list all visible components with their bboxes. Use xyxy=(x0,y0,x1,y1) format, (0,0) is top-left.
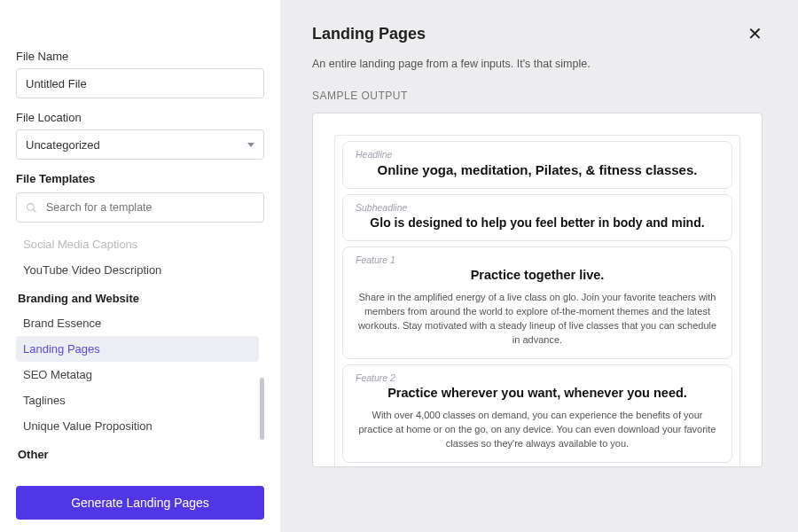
template-item[interactable]: Landing Pages xyxy=(16,336,259,362)
generate-button[interactable]: Generate Landing Pages xyxy=(16,486,264,520)
sample-card-label: Subheadline xyxy=(356,202,719,213)
file-name-block: File Name xyxy=(16,50,264,98)
scrollbar-thumb[interactable] xyxy=(260,378,264,440)
template-item[interactable]: Unique Value Proposition xyxy=(16,413,259,439)
sample-card-label: Feature 2 xyxy=(356,372,719,383)
template-item[interactable]: YouTube Video Description xyxy=(16,257,259,283)
template-search-input[interactable] xyxy=(46,201,254,214)
file-location-block: File Location Uncategorized xyxy=(16,111,264,160)
scrollbar[interactable] xyxy=(259,231,264,475)
sample-card-title: Glo is designed to help you feel better … xyxy=(356,215,719,230)
sample-card-title: Practice together live. xyxy=(356,268,719,282)
sample-output-label: SAMPLE OUTPUT xyxy=(312,90,763,102)
svg-point-0 xyxy=(27,203,35,210)
file-location-select[interactable]: Uncategorized xyxy=(16,129,264,160)
chevron-down-icon xyxy=(247,143,254,147)
template-search[interactable] xyxy=(16,192,264,223)
template-item[interactable]: Brand Essence xyxy=(16,310,259,336)
page-title: Landing Pages xyxy=(312,25,426,43)
file-name-input[interactable] xyxy=(16,68,264,98)
template-category: Branding and Website xyxy=(16,283,259,310)
sample-card: SubheadlineGlo is designed to help you f… xyxy=(342,194,732,241)
sample-card: HeadlineOnline yoga, meditation, Pilates… xyxy=(342,141,732,189)
sample-card-label: Headline xyxy=(356,149,719,160)
sample-card-title: Online yoga, meditation, Pilates, & fitn… xyxy=(356,162,719,177)
template-item[interactable]: Taglines xyxy=(16,387,259,413)
sample-card: Feature 1Practice together live.Share in… xyxy=(342,246,732,359)
page-subtitle: An entire landing page from a few inputs… xyxy=(312,58,763,70)
sample-card-title: Practice wherever you want, whenever you… xyxy=(356,386,719,400)
template-category: Other xyxy=(16,439,259,466)
file-templates-block: File Templates xyxy=(16,172,264,223)
search-icon xyxy=(26,202,37,214)
sample-card-label: Feature 1 xyxy=(356,254,719,265)
file-templates-title: File Templates xyxy=(16,172,264,185)
file-name-label: File Name xyxy=(16,50,264,63)
sample-card: Feature 2Practice wherever you want, whe… xyxy=(342,364,732,463)
template-item[interactable]: Social Media Captions xyxy=(16,231,259,257)
sample-output-cards: HeadlineOnline yoga, meditation, Pilates… xyxy=(334,135,740,467)
sample-card-body: Share in the amplified energy of a live … xyxy=(356,291,719,348)
svg-line-1 xyxy=(33,209,35,212)
main-panel: Landing Pages ✕ An entire landing page f… xyxy=(280,0,798,532)
template-list: Social Media CaptionsYouTube Video Descr… xyxy=(16,231,264,475)
sidebar: File Name File Location Uncategorized Fi… xyxy=(0,0,280,532)
file-location-value: Uncategorized xyxy=(26,138,100,152)
sample-output-frame: HeadlineOnline yoga, meditation, Pilates… xyxy=(312,113,763,467)
template-item[interactable]: SEO Metatag xyxy=(16,362,259,387)
sample-card-body: With over 4,000 classes on demand, you c… xyxy=(356,409,719,451)
close-icon[interactable]: ✕ xyxy=(747,25,763,43)
file-location-label: File Location xyxy=(16,111,264,124)
